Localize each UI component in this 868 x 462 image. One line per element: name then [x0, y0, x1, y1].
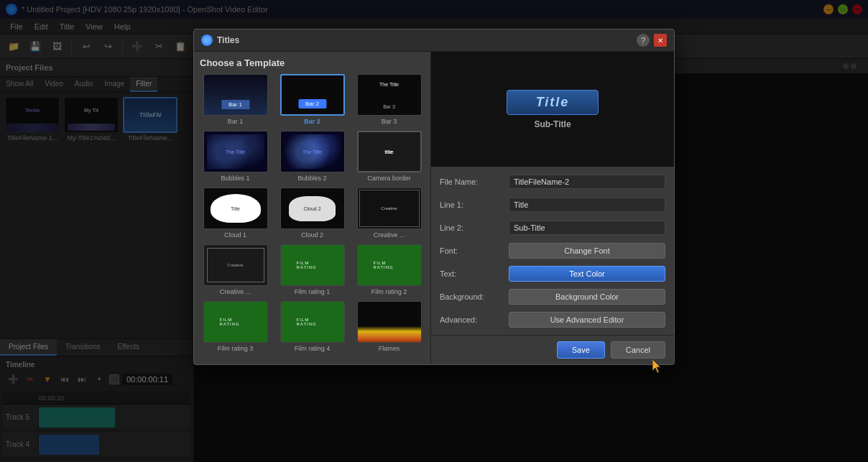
- template-name: Film rating 3: [218, 345, 254, 352]
- label-text: Text:: [440, 269, 504, 278]
- change-font-button[interactable]: Change Font: [509, 243, 665, 259]
- background-color-button[interactable]: Background Color: [509, 289, 665, 305]
- template-thumb: The Title: [280, 131, 345, 172]
- template-item[interactable]: Bar 1: [200, 74, 271, 125]
- template-thumb: [280, 301, 345, 343]
- template-thumb: title: [357, 131, 422, 172]
- settings-row-font: Font: Change Font: [440, 241, 665, 260]
- save-button[interactable]: Save: [557, 341, 605, 359]
- label-line1: Line 1:: [440, 200, 504, 209]
- template-title: Choose a Template: [200, 57, 425, 68]
- advanced-editor-button[interactable]: Use Advanced Editor: [509, 312, 665, 328]
- template-item[interactable]: Bar 2: [277, 74, 348, 125]
- title-preview: Title Sub-Title: [431, 52, 674, 167]
- template-thumb: The Title: [203, 131, 268, 172]
- template-thumb: Title: [203, 188, 268, 229]
- template-name: Cloud 1: [224, 231, 246, 239]
- settings-row-line1: Line 1: Title: [440, 195, 665, 214]
- template-item[interactable]: Flames: [354, 301, 425, 352]
- template-thumb: Creative: [357, 188, 422, 229]
- settings-row-text: Text: Text Color: [440, 264, 665, 283]
- template-item[interactable]: The Title Bubbles 2: [277, 131, 348, 182]
- template-name: Film rating 4: [295, 345, 331, 352]
- template-name: Creative ...: [220, 288, 251, 295]
- template-thumb: [357, 301, 422, 343]
- template-grid: Bar 1 Bar 2 Bar 3: [200, 74, 425, 352]
- creative-inner: Creative: [207, 248, 264, 282]
- cloud-shape2: Cloud 2: [289, 196, 336, 221]
- cloud-shape: Title: [211, 194, 261, 223]
- template-item[interactable]: Film rating 4: [277, 301, 348, 352]
- template-name: Bar 3: [382, 118, 397, 125]
- template-name: Bubbles 1: [221, 175, 249, 182]
- preview-title-text: Title: [507, 90, 599, 115]
- template-item[interactable]: The Title Bubbles 1: [200, 131, 271, 182]
- template-name: Creative ...: [374, 231, 405, 239]
- dialog-title: Titles: [217, 35, 637, 45]
- template-item[interactable]: Creative Creative ...: [354, 188, 425, 239]
- template-name: Flames: [379, 345, 400, 352]
- settings-row-filename: File Name: TitleFileName-2: [440, 172, 665, 191]
- template-item[interactable]: title Camera border: [354, 131, 425, 182]
- template-item[interactable]: Film rating 1: [277, 244, 348, 295]
- template-panel: Choose a Template Bar 1 Bar 2: [194, 52, 431, 364]
- template-item[interactable]: Title Cloud 1: [200, 188, 271, 239]
- template-item[interactable]: Cloud 2 Cloud 2: [277, 188, 348, 239]
- template-name: Camera border: [367, 175, 411, 182]
- label-font: Font:: [440, 246, 504, 255]
- template-grid-wrap[interactable]: Bar 1 Bar 2 Bar 3: [200, 74, 425, 359]
- template-item[interactable]: Bar 3: [354, 74, 425, 125]
- template-thumb: [357, 244, 422, 286]
- template-item[interactable]: Film rating 2: [354, 244, 425, 295]
- cancel-button[interactable]: Cancel: [611, 341, 665, 359]
- preview-settings-panel: Title Sub-Title File Name: TitleFileName…: [431, 52, 674, 364]
- template-item[interactable]: Creative Creative ...: [200, 244, 271, 295]
- label-line2: Line 2:: [440, 223, 504, 232]
- template-thumb: Creative: [203, 244, 268, 286]
- dialog-footer: Save Cancel: [431, 335, 674, 364]
- dialog-help-button[interactable]: ?: [637, 34, 650, 47]
- template-name: Cloud 2: [301, 231, 323, 239]
- template-name: Film rating 2: [371, 288, 407, 295]
- template-thumb: Cloud 2: [280, 188, 345, 229]
- dialog-body: Choose a Template Bar 1 Bar 2: [194, 52, 674, 364]
- settings-row-line2: Line 2: Sub-Title: [440, 218, 665, 237]
- preview-subtitle-text: Sub-Title: [534, 119, 571, 129]
- titles-dialog: Titles ? ✕ Choose a Template Bar 1: [193, 29, 675, 365]
- template-thumb: [203, 301, 268, 343]
- dialog-close-button[interactable]: ✕: [654, 34, 667, 47]
- value-line1[interactable]: Title: [509, 198, 665, 212]
- text-color-button[interactable]: Text Color: [509, 266, 665, 282]
- template-name: Bubbles 2: [297, 175, 326, 182]
- settings-row-background: Background: Background Color: [440, 287, 665, 306]
- template-item[interactable]: Film rating 3: [200, 301, 271, 352]
- template-thumb: [280, 244, 345, 286]
- template-name: Bar 2: [304, 118, 320, 125]
- template-name: Bar 1: [228, 118, 244, 125]
- dialog-logo: [201, 34, 213, 46]
- template-thumb: [280, 74, 345, 116]
- template-thumb: [203, 74, 268, 116]
- label-advanced: Advanced:: [440, 315, 504, 324]
- template-name: Film rating 1: [295, 288, 331, 295]
- label-filename: File Name:: [440, 177, 504, 186]
- modal-overlay: Titles ? ✕ Choose a Template Bar 1: [0, 0, 868, 462]
- label-background: Background:: [440, 292, 504, 301]
- value-filename[interactable]: TitleFileName-2: [509, 175, 665, 189]
- template-thumb: [357, 74, 422, 116]
- settings-section: File Name: TitleFileName-2 Line 1: Title…: [431, 167, 674, 335]
- value-line2[interactable]: Sub-Title: [509, 221, 665, 235]
- settings-row-advanced: Advanced: Use Advanced Editor: [440, 310, 665, 329]
- dialog-titlebar: Titles ? ✕: [194, 29, 674, 52]
